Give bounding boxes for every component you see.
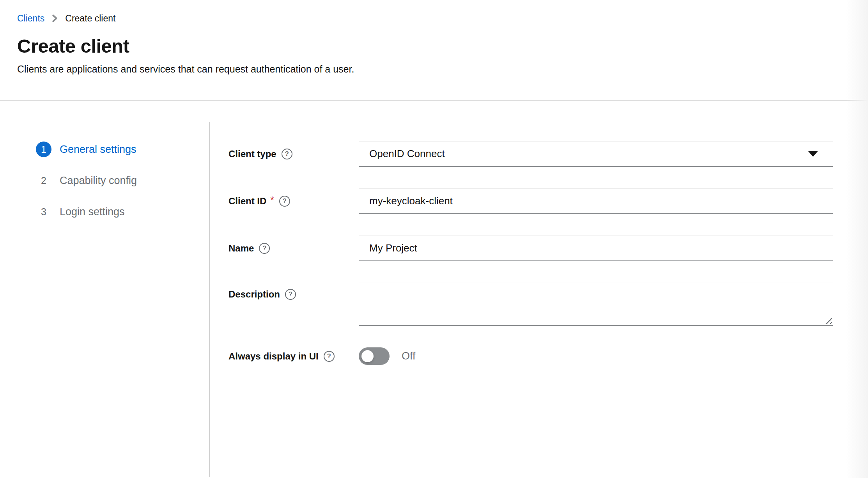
step-number-badge: 2 [36,173,51,188]
always-display-label: Always display in UI [229,351,319,362]
page-subtitle: Clients are applications and services th… [17,63,851,75]
general-settings-form: Client type ? OpenID Connect Client ID *… [210,122,868,477]
wizard-step-general-settings[interactable]: 1 General settings [36,141,209,158]
page-title: Create client [17,35,851,57]
help-icon[interactable]: ? [259,243,270,254]
caret-down-icon [808,151,818,157]
wizard-steps-nav: 1 General settings 2 Capability config 3… [0,122,210,477]
form-row-client-id: Client ID * ? [229,188,833,214]
help-icon[interactable]: ? [285,289,296,300]
help-icon[interactable]: ? [279,196,290,207]
breadcrumb-current: Create client [65,12,115,24]
form-row-always-display: Always display in UI ? Off [229,347,833,365]
step-label: Login settings [60,206,125,218]
help-icon[interactable]: ? [282,149,292,159]
client-id-label: Client ID [229,196,266,207]
client-type-label: Client type [229,149,276,159]
form-row-description: Description ? [229,283,833,326]
wizard-step-login-settings[interactable]: 3 Login settings [36,203,209,220]
toggle-state-label: Off [402,350,416,362]
step-number-badge: 1 [36,142,51,157]
form-row-name: Name ? [229,235,833,261]
required-asterisk: * [270,195,274,205]
description-label: Description [229,289,280,300]
client-type-selected-value: OpenID Connect [369,148,445,160]
create-client-wizard: 1 General settings 2 Capability config 3… [0,122,868,477]
breadcrumb: Clients Create client [17,12,851,24]
page-header: Clients Create client Create client Clie… [0,0,868,75]
help-icon[interactable]: ? [324,351,335,362]
toggle-knob [361,350,374,362]
client-type-select[interactable]: OpenID Connect [359,141,833,167]
wizard-step-capability-config[interactable]: 2 Capability config [36,172,209,189]
client-id-input[interactable] [359,188,833,214]
name-input[interactable] [359,235,833,261]
form-row-client-type: Client type ? OpenID Connect [229,141,833,167]
always-display-toggle[interactable] [359,347,390,365]
breadcrumb-link-clients[interactable]: Clients [17,12,44,24]
breadcrumb-separator-icon [52,14,58,23]
name-label: Name [229,243,254,254]
step-number-badge: 3 [36,204,51,220]
header-divider [0,100,868,101]
description-textarea[interactable] [359,283,833,326]
step-label: Capability config [60,175,137,187]
step-label: General settings [60,143,136,156]
